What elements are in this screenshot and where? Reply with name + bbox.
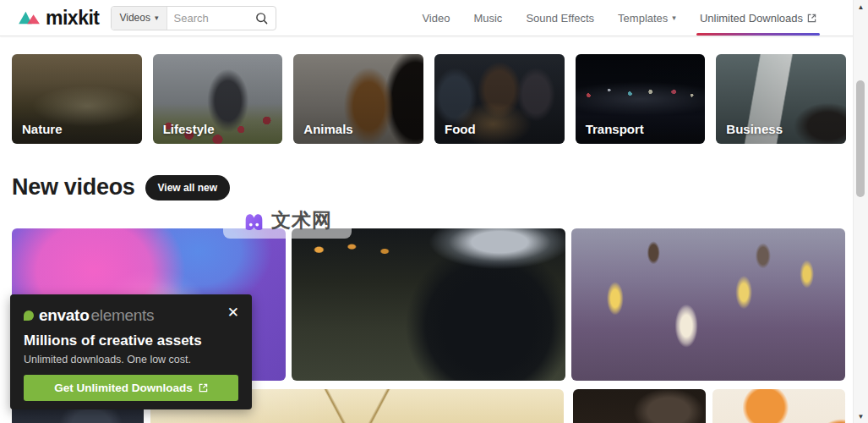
close-icon[interactable]: ✕ [226, 304, 241, 321]
envato-elements-logo: envato elements [24, 306, 238, 325]
video-thumbnail-night-street[interactable] [292, 228, 565, 381]
main-nav: Video Music Sound Effects Templates ▾ Un… [410, 0, 828, 36]
brand-primary: envato [39, 306, 89, 325]
nav-item-unlimited-downloads[interactable]: Unlimited Downloads [688, 0, 828, 36]
view-all-new-button[interactable]: View all new [145, 175, 230, 201]
category-card-food[interactable]: Food [434, 54, 565, 144]
watermark-logo-icon [243, 211, 265, 231]
category-label: Food [445, 122, 476, 136]
search-category-label: Videos [119, 12, 150, 24]
nav-item-templates[interactable]: Templates ▾ [606, 0, 688, 36]
nav-label: Templates [618, 12, 668, 25]
category-label: Business [726, 122, 783, 136]
video-thumbnail-candles[interactable] [571, 228, 845, 381]
nav-label: Video [422, 12, 450, 25]
search-category-dropdown[interactable]: Videos ▾ [112, 7, 167, 30]
header: mixkit Videos ▾ Video Music [0, 0, 854, 36]
brand-secondary: elements [90, 306, 154, 325]
category-label: Nature [22, 122, 63, 136]
search-icon[interactable] [254, 11, 269, 25]
chevron-down-icon: ▾ [155, 14, 159, 22]
nav-label: Music [473, 12, 502, 25]
search-box: Videos ▾ [111, 6, 276, 30]
category-card-transport[interactable]: Transport [576, 54, 706, 144]
page-title: New videos [12, 174, 135, 201]
search-input[interactable] [167, 12, 255, 25]
external-link-icon [807, 14, 816, 23]
cta-label: Get Unlimited Downloads [54, 382, 193, 394]
nav-item-music[interactable]: Music [461, 0, 514, 36]
nav-item-sound-effects[interactable]: Sound Effects [514, 0, 606, 36]
video-thumbnail-orange-slices[interactable] [712, 389, 845, 423]
get-unlimited-downloads-button[interactable]: Get Unlimited Downloads [24, 375, 238, 401]
categories-row: Nature Lifestyle Animals Food Transport … [12, 54, 846, 144]
logo-text: mixkit [46, 7, 99, 30]
scrollbar-thumb[interactable] [856, 80, 865, 197]
new-videos-section-head: New videos View all new [12, 174, 230, 201]
chevron-down-icon: ▾ [672, 14, 676, 22]
external-link-icon [199, 383, 208, 393]
category-card-nature[interactable]: Nature [12, 54, 142, 144]
video-thumbnail-pottery[interactable] [573, 389, 706, 423]
category-label: Animals [303, 122, 352, 136]
nav-item-video[interactable]: Video [410, 0, 461, 36]
category-card-lifestyle[interactable]: Lifestyle [153, 54, 283, 144]
category-card-animals[interactable]: Animals [293, 54, 423, 144]
mixkit-logo-icon [17, 8, 42, 27]
scrollbar: ▲ ▼ [853, 0, 868, 423]
nav-label: Unlimited Downloads [700, 12, 803, 25]
promo-subline: Unlimited downloads. One low cost. [24, 354, 238, 365]
promo-headline: Millions of creative assets [24, 332, 238, 349]
nav-label: Sound Effects [526, 12, 594, 25]
promo-card: envato elements ✕ Millions of creative a… [10, 294, 252, 409]
active-nav-underline [696, 33, 820, 36]
mixkit-logo[interactable]: mixkit [17, 7, 99, 30]
watermark: 文术网 [223, 202, 352, 239]
envato-leaf-icon [24, 310, 34, 321]
watermark-text: 文术网 [271, 207, 332, 233]
scroll-down-arrow[interactable]: ▼ [854, 410, 868, 422]
scroll-up-arrow[interactable]: ▲ [854, 1, 868, 13]
category-label: Transport [586, 122, 644, 136]
mixkit-page: mixkit Videos ▾ Video Music [0, 0, 868, 423]
category-card-business[interactable]: Business [716, 54, 846, 144]
category-label: Lifestyle [163, 122, 215, 136]
